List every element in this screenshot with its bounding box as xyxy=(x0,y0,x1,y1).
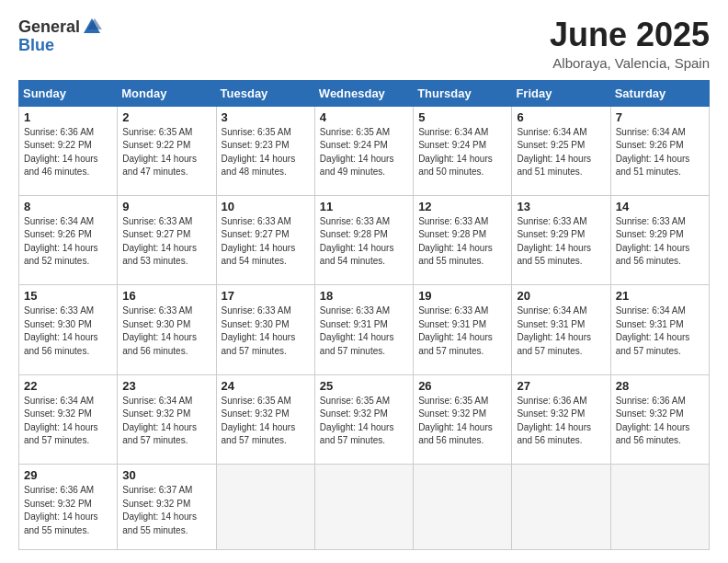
table-row: 10Sunrise: 6:33 AM Sunset: 9:27 PM Dayli… xyxy=(216,195,314,284)
table-row: 1Sunrise: 6:36 AM Sunset: 9:22 PM Daylig… xyxy=(19,106,118,195)
day-number: 12 xyxy=(418,200,506,213)
day-info: Sunrise: 6:34 AM Sunset: 9:31 PM Dayligh… xyxy=(616,304,704,358)
table-row: 15Sunrise: 6:33 AM Sunset: 9:30 PM Dayli… xyxy=(19,285,118,374)
day-info: Sunrise: 6:35 AM Sunset: 9:32 PM Dayligh… xyxy=(222,395,310,448)
table-row xyxy=(414,465,512,550)
day-number: 2 xyxy=(122,110,210,124)
table-row: 5Sunrise: 6:34 AM Sunset: 9:24 PM Daylig… xyxy=(414,106,512,195)
day-info: Sunrise: 6:35 AM Sunset: 9:32 PM Dayligh… xyxy=(320,395,408,448)
day-number: 16 xyxy=(122,289,210,303)
table-row: 29Sunrise: 6:36 AM Sunset: 9:32 PM Dayli… xyxy=(19,465,118,550)
table-row: 7Sunrise: 6:34 AM Sunset: 9:26 PM Daylig… xyxy=(610,106,709,195)
day-number: 30 xyxy=(122,468,210,482)
day-info: Sunrise: 6:33 AM Sunset: 9:29 PM Dayligh… xyxy=(616,215,704,269)
col-monday: Monday xyxy=(118,80,216,106)
day-number: 14 xyxy=(616,200,704,213)
logo: General Blue xyxy=(18,17,102,53)
calendar-table: Sunday Monday Tuesday Wednesday Thursday… xyxy=(18,80,710,550)
title-location: Alboraya, Valencia, Spain xyxy=(550,55,710,71)
logo-icon xyxy=(82,17,102,37)
table-row: 19Sunrise: 6:33 AM Sunset: 9:31 PM Dayli… xyxy=(414,285,512,374)
day-number: 23 xyxy=(122,379,210,393)
table-row: 11Sunrise: 6:33 AM Sunset: 9:28 PM Dayli… xyxy=(314,195,413,284)
table-row: 23Sunrise: 6:34 AM Sunset: 9:32 PM Dayli… xyxy=(118,374,216,464)
day-number: 17 xyxy=(222,289,310,303)
day-number: 3 xyxy=(222,110,310,124)
day-number: 29 xyxy=(24,468,112,482)
day-info: Sunrise: 6:33 AM Sunset: 9:27 PM Dayligh… xyxy=(222,215,310,269)
logo-blue: Blue xyxy=(18,37,54,53)
day-number: 9 xyxy=(122,200,210,213)
day-number: 7 xyxy=(616,110,704,124)
day-number: 19 xyxy=(418,289,506,303)
day-number: 10 xyxy=(222,200,310,213)
day-info: Sunrise: 6:36 AM Sunset: 9:32 PM Dayligh… xyxy=(616,395,704,448)
table-row: 22Sunrise: 6:34 AM Sunset: 9:32 PM Dayli… xyxy=(19,374,118,464)
table-row xyxy=(512,465,610,550)
col-saturday: Saturday xyxy=(610,80,709,106)
table-row: 4Sunrise: 6:35 AM Sunset: 9:24 PM Daylig… xyxy=(314,106,413,195)
day-number: 21 xyxy=(616,289,704,303)
table-row: 28Sunrise: 6:36 AM Sunset: 9:32 PM Dayli… xyxy=(610,374,709,464)
col-sunday: Sunday xyxy=(19,80,118,106)
table-row: 27Sunrise: 6:36 AM Sunset: 9:32 PM Dayli… xyxy=(512,374,610,464)
calendar-header-row: Sunday Monday Tuesday Wednesday Thursday… xyxy=(19,80,710,106)
day-number: 18 xyxy=(320,289,408,303)
day-info: Sunrise: 6:37 AM Sunset: 9:32 PM Dayligh… xyxy=(122,484,210,537)
table-row: 2Sunrise: 6:35 AM Sunset: 9:22 PM Daylig… xyxy=(118,106,216,195)
day-info: Sunrise: 6:33 AM Sunset: 9:30 PM Dayligh… xyxy=(122,304,210,358)
table-row: 12Sunrise: 6:33 AM Sunset: 9:28 PM Dayli… xyxy=(414,195,512,284)
day-info: Sunrise: 6:35 AM Sunset: 9:24 PM Dayligh… xyxy=(320,126,408,179)
table-row: 26Sunrise: 6:35 AM Sunset: 9:32 PM Dayli… xyxy=(414,374,512,464)
calendar-week-row: 1Sunrise: 6:36 AM Sunset: 9:22 PM Daylig… xyxy=(19,106,710,195)
day-info: Sunrise: 6:33 AM Sunset: 9:29 PM Dayligh… xyxy=(517,215,605,269)
day-number: 27 xyxy=(517,379,605,393)
table-row: 20Sunrise: 6:34 AM Sunset: 9:31 PM Dayli… xyxy=(512,285,610,374)
table-row: 18Sunrise: 6:33 AM Sunset: 9:31 PM Dayli… xyxy=(314,285,413,374)
day-info: Sunrise: 6:35 AM Sunset: 9:23 PM Dayligh… xyxy=(222,126,310,179)
day-info: Sunrise: 6:33 AM Sunset: 9:30 PM Dayligh… xyxy=(24,304,112,358)
day-info: Sunrise: 6:33 AM Sunset: 9:28 PM Dayligh… xyxy=(418,215,506,269)
day-number: 1 xyxy=(24,110,112,124)
col-wednesday: Wednesday xyxy=(314,80,413,106)
table-row: 24Sunrise: 6:35 AM Sunset: 9:32 PM Dayli… xyxy=(216,374,314,464)
day-number: 8 xyxy=(24,200,112,213)
table-row: 25Sunrise: 6:35 AM Sunset: 9:32 PM Dayli… xyxy=(314,374,413,464)
day-info: Sunrise: 6:33 AM Sunset: 9:31 PM Dayligh… xyxy=(418,304,506,358)
header: General Blue June 2025 Alboraya, Valenci… xyxy=(18,17,710,71)
calendar-week-row: 8Sunrise: 6:34 AM Sunset: 9:26 PM Daylig… xyxy=(19,195,710,284)
day-info: Sunrise: 6:36 AM Sunset: 9:32 PM Dayligh… xyxy=(517,395,605,448)
calendar-week-row: 15Sunrise: 6:33 AM Sunset: 9:30 PM Dayli… xyxy=(19,285,710,374)
calendar-week-row: 29Sunrise: 6:36 AM Sunset: 9:32 PM Dayli… xyxy=(19,465,710,550)
day-info: Sunrise: 6:34 AM Sunset: 9:26 PM Dayligh… xyxy=(24,215,112,269)
col-tuesday: Tuesday xyxy=(216,80,314,106)
day-info: Sunrise: 6:33 AM Sunset: 9:28 PM Dayligh… xyxy=(320,215,408,269)
day-info: Sunrise: 6:33 AM Sunset: 9:30 PM Dayligh… xyxy=(222,304,310,358)
table-row: 3Sunrise: 6:35 AM Sunset: 9:23 PM Daylig… xyxy=(216,106,314,195)
table-row xyxy=(610,465,709,550)
table-row: 16Sunrise: 6:33 AM Sunset: 9:30 PM Dayli… xyxy=(118,285,216,374)
page: General Blue June 2025 Alboraya, Valenci… xyxy=(0,0,728,563)
day-info: Sunrise: 6:34 AM Sunset: 9:25 PM Dayligh… xyxy=(517,126,605,179)
logo-general: General xyxy=(18,18,80,35)
day-info: Sunrise: 6:33 AM Sunset: 9:27 PM Dayligh… xyxy=(122,215,210,269)
calendar-week-row: 22Sunrise: 6:34 AM Sunset: 9:32 PM Dayli… xyxy=(19,374,710,464)
table-row: 8Sunrise: 6:34 AM Sunset: 9:26 PM Daylig… xyxy=(19,195,118,284)
day-info: Sunrise: 6:34 AM Sunset: 9:26 PM Dayligh… xyxy=(616,126,704,179)
table-row: 13Sunrise: 6:33 AM Sunset: 9:29 PM Dayli… xyxy=(512,195,610,284)
title-month: June 2025 xyxy=(550,17,710,53)
table-row: 14Sunrise: 6:33 AM Sunset: 9:29 PM Dayli… xyxy=(610,195,709,284)
title-block: June 2025 Alboraya, Valencia, Spain xyxy=(550,17,710,71)
table-row: 30Sunrise: 6:37 AM Sunset: 9:32 PM Dayli… xyxy=(118,465,216,550)
day-info: Sunrise: 6:34 AM Sunset: 9:31 PM Dayligh… xyxy=(517,304,605,358)
day-info: Sunrise: 6:34 AM Sunset: 9:32 PM Dayligh… xyxy=(122,395,210,448)
day-number: 25 xyxy=(320,379,408,393)
table-row: 21Sunrise: 6:34 AM Sunset: 9:31 PM Dayli… xyxy=(610,285,709,374)
col-friday: Friday xyxy=(512,80,610,106)
table-row: 17Sunrise: 6:33 AM Sunset: 9:30 PM Dayli… xyxy=(216,285,314,374)
day-number: 6 xyxy=(517,110,605,124)
day-number: 15 xyxy=(24,289,112,303)
table-row: 9Sunrise: 6:33 AM Sunset: 9:27 PM Daylig… xyxy=(118,195,216,284)
day-number: 26 xyxy=(418,379,506,393)
day-number: 11 xyxy=(320,200,408,213)
